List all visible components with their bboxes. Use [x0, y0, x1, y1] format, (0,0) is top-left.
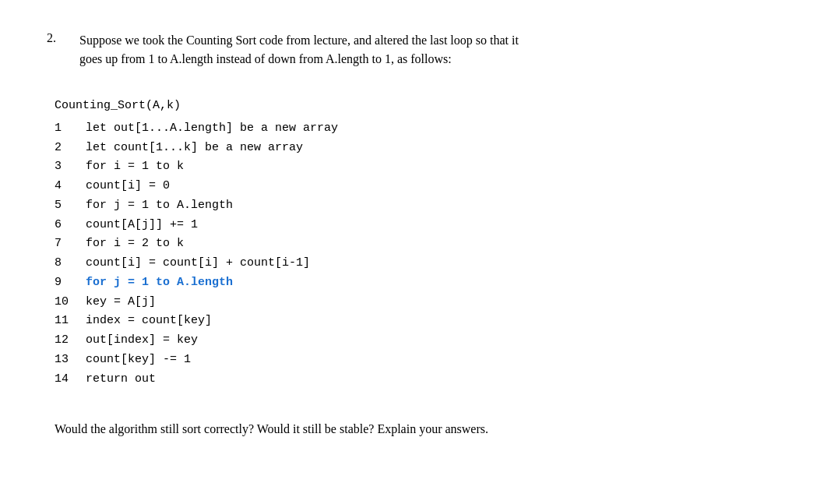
line-content: index = count[key]	[86, 312, 212, 331]
line-number: 6	[55, 216, 86, 235]
code-line: 6 count[A[j]] += 1	[55, 216, 777, 235]
code-line: 4 count[i] = 0	[55, 177, 777, 196]
question-text-line1: Suppose we took the Counting Sort code f…	[79, 31, 519, 50]
code-line: 9for j = 1 to A.length	[55, 273, 777, 293]
code-block: Counting_Sort(A,k) 1let out[1...A.length…	[55, 97, 777, 389]
code-line: 3for i = 1 to k	[55, 157, 777, 177]
line-number: 5	[55, 196, 86, 216]
line-number: 3	[55, 157, 86, 177]
line-content: count[i] = 0	[86, 177, 170, 196]
function-name: Counting_Sort(A,k)	[55, 97, 777, 116]
code-line: 14return out	[55, 370, 777, 389]
line-content: key = A[j]	[86, 293, 156, 312]
code-line: 8 count[i] = count[i] + count[i-1]	[55, 254, 777, 273]
footer-question: Would the algorithm still sort correctly…	[55, 420, 777, 439]
line-content: return out	[86, 370, 156, 389]
question-header: 2. Suppose we took the Counting Sort cod…	[47, 31, 777, 69]
code-line: 2let count[1...k] be a new array	[55, 139, 777, 158]
line-number: 2	[55, 139, 86, 158]
line-number: 11	[55, 312, 86, 331]
code-line: 1let out[1...A.length] be a new array	[55, 119, 777, 139]
line-content: for j = 1 to A.length	[86, 196, 233, 216]
line-number: 13	[55, 351, 86, 370]
line-content: for j = 1 to A.length	[86, 273, 233, 293]
line-content: let count[1...k] be a new array	[86, 139, 303, 158]
code-line: 10 key = A[j]	[55, 293, 777, 312]
line-content: for i = 2 to k	[86, 234, 184, 254]
question-text-line2: goes up from 1 to A.length instead of do…	[79, 50, 519, 69]
line-content: out[index] = key	[86, 331, 198, 351]
code-line: 11 index = count[key]	[55, 312, 777, 331]
code-line: 7for i = 2 to k	[55, 234, 777, 254]
code-line: 5for j = 1 to A.length	[55, 196, 777, 216]
code-lines-container: 1let out[1...A.length] be a new array2le…	[55, 119, 777, 389]
question-text: Suppose we took the Counting Sort code f…	[79, 31, 519, 69]
line-content: let out[1...A.length] be a new array	[86, 119, 338, 139]
line-content: count[A[j]] += 1	[86, 216, 198, 235]
line-number: 14	[55, 370, 86, 389]
code-line: 13 count[key] -= 1	[55, 351, 777, 370]
line-number: 12	[55, 331, 86, 351]
line-number: 8	[55, 254, 86, 273]
line-content: count[key] -= 1	[86, 351, 191, 370]
question-number: 2.	[47, 31, 70, 45]
code-line: 12 out[index] = key	[55, 331, 777, 351]
question-container: 2. Suppose we took the Counting Sort cod…	[47, 31, 777, 439]
line-number: 7	[55, 234, 86, 254]
line-content: count[i] = count[i] + count[i-1]	[86, 254, 310, 273]
line-number: 1	[55, 119, 86, 139]
line-content: for i = 1 to k	[86, 157, 184, 177]
line-number: 10	[55, 293, 86, 312]
line-number: 9	[55, 273, 86, 293]
line-number: 4	[55, 177, 86, 196]
